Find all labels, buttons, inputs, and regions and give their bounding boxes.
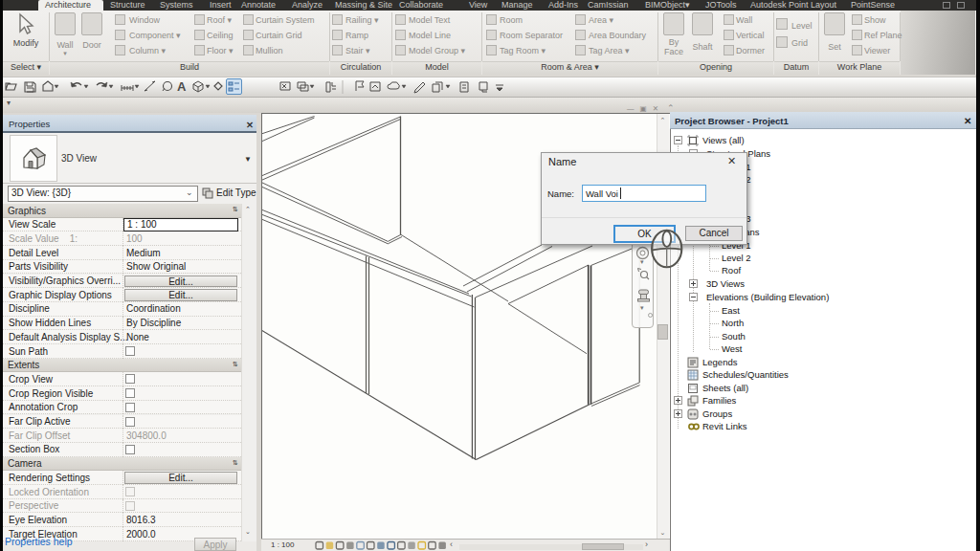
svg-text:A: A [177, 79, 187, 94]
